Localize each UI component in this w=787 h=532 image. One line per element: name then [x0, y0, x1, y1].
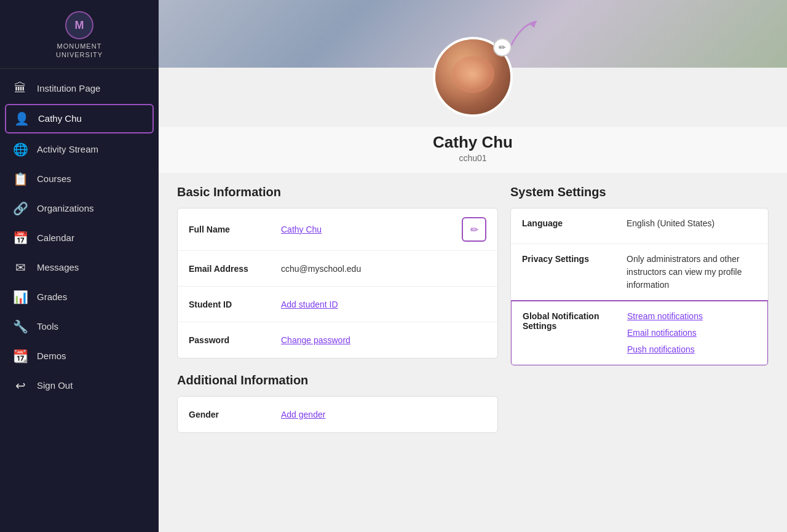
- notification-settings-label: Global Notification Settings: [523, 310, 627, 331]
- profile-username: cchu01: [171, 153, 775, 163]
- add-student-id-link[interactable]: Add student ID: [281, 300, 338, 309]
- system-settings-title: System Settings: [510, 185, 769, 199]
- sidebar-label-messages: Messages: [37, 262, 79, 272]
- sidebar-item-messages[interactable]: ✉Messages: [0, 253, 159, 282]
- change-password-link[interactable]: Change password: [281, 335, 350, 345]
- basic-info-title: Basic Information: [177, 185, 498, 199]
- sidebar-item-grades[interactable]: 📊Grades: [0, 282, 159, 312]
- additional-info-title: Additional Information: [177, 373, 498, 387]
- sidebar: M MONUMENT UNIVERSITY 🏛Institution Page👤…: [0, 0, 159, 532]
- sidebar-icon-demos: 📆: [12, 349, 28, 363]
- email-row: Email Address cchu@myschool.edu: [178, 251, 497, 287]
- sidebar-icon-grades: 📊: [12, 290, 28, 304]
- sidebar-icon-messages: ✉: [12, 260, 28, 275]
- gender-value: Add gender: [281, 410, 486, 419]
- full-name-value: Cathy Chu: [281, 224, 462, 234]
- sidebar-label-calendar: Calendar: [37, 232, 74, 243]
- sidebar-icon-sign-out: ↩: [12, 378, 28, 393]
- sidebar-logo: M MONUMENT UNIVERSITY: [0, 0, 159, 69]
- edit-avatar-button[interactable]: ✏: [493, 38, 512, 57]
- system-settings-table: Language English (United States) Privacy…: [510, 208, 769, 366]
- password-label: Password: [189, 335, 281, 345]
- add-gender-link[interactable]: Add gender: [281, 410, 325, 419]
- sidebar-item-institution-page[interactable]: 🏛Institution Page: [0, 74, 159, 103]
- sidebar-icon-cathy-chu: 👤: [14, 111, 30, 126]
- sidebar-icon-organizations: 🔗: [12, 201, 28, 216]
- sidebar-item-demos[interactable]: 📆Demos: [0, 341, 159, 371]
- password-value: Change password: [281, 335, 486, 345]
- email-value: cchu@myschool.edu: [281, 264, 486, 274]
- stream-notifications-link[interactable]: Stream notifications: [627, 310, 756, 323]
- sidebar-item-calendar[interactable]: 📅Calendar: [0, 223, 159, 253]
- sidebar-label-sign-out: Sign Out: [37, 380, 73, 391]
- full-name-row: Full Name Cathy Chu ✏: [178, 208, 497, 251]
- student-id-label: Student ID: [189, 300, 281, 309]
- language-label: Language: [522, 217, 627, 228]
- email-notifications-link[interactable]: Email notifications: [627, 327, 756, 339]
- full-name-label: Full Name: [189, 224, 281, 234]
- basic-info-table: Full Name Cathy Chu ✏ Email Address cchu…: [177, 208, 498, 359]
- language-row: Language English (United States): [511, 208, 768, 244]
- sidebar-item-activity-stream[interactable]: 🌐Activity Stream: [0, 135, 159, 164]
- notification-settings-links: Stream notifications Email notifications…: [627, 310, 756, 356]
- sidebar-label-courses: Courses: [37, 173, 71, 184]
- full-name-link[interactable]: Cathy Chu: [281, 224, 322, 234]
- logo-text: MONUMENT UNIVERSITY: [56, 42, 103, 60]
- sidebar-label-tools: Tools: [37, 321, 58, 332]
- sidebar-item-courses[interactable]: 📋Courses: [0, 164, 159, 194]
- right-column: System Settings Language English (United…: [510, 185, 769, 366]
- student-id-value: Add student ID: [281, 300, 486, 309]
- edit-full-name-button[interactable]: ✏: [462, 217, 486, 242]
- gender-label: Gender: [189, 410, 281, 419]
- sidebar-label-institution-page: Institution Page: [37, 83, 100, 93]
- privacy-settings-row: Privacy Settings Only administrators and…: [511, 244, 768, 301]
- gender-row: Gender Add gender: [178, 397, 497, 432]
- privacy-settings-label: Privacy Settings: [522, 253, 627, 264]
- password-row: Password Change password: [178, 322, 497, 358]
- svg-marker-0: [530, 22, 536, 28]
- push-notifications-link[interactable]: Push notifications: [627, 343, 756, 356]
- student-id-row: Student ID Add student ID: [178, 287, 497, 322]
- sidebar-item-tools[interactable]: 🔧Tools: [0, 312, 159, 341]
- avatar-wrapper: ✏: [433, 37, 513, 117]
- content-grid: Basic Information Full Name Cathy Chu ✏ …: [159, 173, 787, 532]
- sidebar-icon-courses: 📋: [12, 172, 28, 186]
- sidebar-icon-institution-page: 🏛: [12, 81, 28, 95]
- sidebar-label-activity-stream: Activity Stream: [37, 144, 98, 154]
- sidebar-label-demos: Demos: [37, 351, 66, 361]
- notification-settings-row: Global Notification Settings Stream noti…: [510, 300, 769, 366]
- left-column: Basic Information Full Name Cathy Chu ✏ …: [177, 185, 498, 448]
- sidebar-label-grades: Grades: [37, 292, 67, 302]
- main-content: ✏ Cathy Chu cchu01 Basic Information Ful…: [159, 0, 787, 532]
- profile-name: Cathy Chu: [171, 133, 775, 152]
- language-value: English (United States): [627, 217, 757, 230]
- sidebar-icon-activity-stream: 🌐: [12, 142, 28, 157]
- email-label: Email Address: [189, 264, 281, 274]
- sidebar-item-sign-out[interactable]: ↩Sign Out: [0, 371, 159, 400]
- sidebar-label-cathy-chu: Cathy Chu: [38, 113, 82, 124]
- sidebar-icon-calendar: 📅: [12, 231, 28, 245]
- additional-info-table: Gender Add gender: [177, 396, 498, 433]
- sidebar-item-organizations[interactable]: 🔗Organizations: [0, 194, 159, 223]
- profile-info: Cathy Chu cchu01: [159, 127, 787, 173]
- sidebar-item-cathy-chu[interactable]: 👤Cathy Chu: [5, 104, 154, 133]
- sidebar-nav: 🏛Institution Page👤Cathy Chu🌐Activity Str…: [0, 69, 159, 532]
- sidebar-icon-tools: 🔧: [12, 319, 28, 334]
- logo-icon: M: [65, 11, 93, 39]
- privacy-settings-value: Only administrators and other instructor…: [627, 253, 757, 292]
- profile-header: ✏: [159, 0, 787, 68]
- sidebar-label-organizations: Organizations: [37, 203, 94, 213]
